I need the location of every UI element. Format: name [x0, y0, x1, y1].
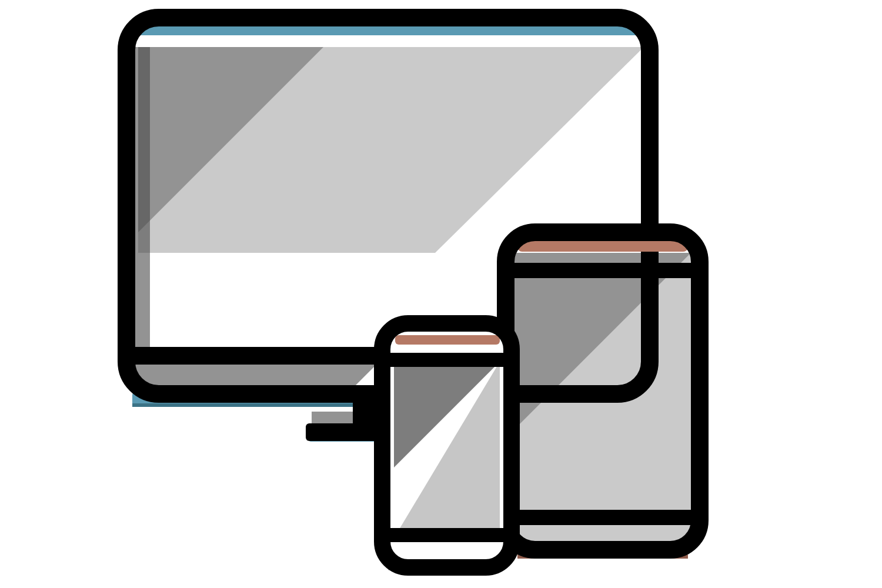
svg-rect-19 [306, 423, 382, 441]
responsive-devices-icon [0, 0, 882, 588]
svg-rect-20 [517, 240, 688, 252]
illustration-stage [0, 0, 882, 588]
svg-rect-15 [132, 403, 379, 407]
svg-rect-30 [395, 335, 500, 345]
phone-icon [381, 322, 513, 569]
